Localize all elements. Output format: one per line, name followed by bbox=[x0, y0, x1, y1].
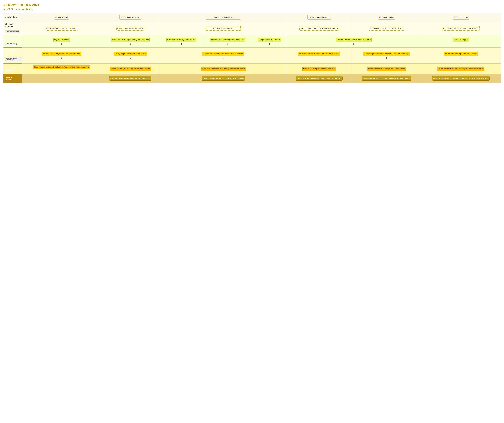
ua-cell-3: Navigate to the training module section … bbox=[160, 35, 203, 47]
frontstage-label: Frontstage actions bbox=[5, 49, 15, 54]
frontstage-row: Frontstage actions Line of internal inte… bbox=[3, 47, 501, 64]
fs-card-5: Acknowledge receipt of feedback with a c… bbox=[363, 52, 410, 56]
support-row: Support process IT support for website m… bbox=[3, 74, 501, 83]
fs-card-1: Provide a user-friendly login and naviga… bbox=[42, 52, 81, 56]
arrow-fs-1: ↕ bbox=[61, 57, 62, 59]
evidence-card-5: Confirmation email after feedback submis… bbox=[369, 26, 404, 31]
arrow-bs-1: ↓ bbox=[61, 70, 62, 72]
arrow-7: ↑ bbox=[460, 43, 462, 45]
touchpoints-row: Touchpoints Service website User account… bbox=[3, 13, 501, 21]
arrow-fs-4: ↕ bbox=[318, 57, 320, 59]
line-visibility-label: Line of visibility bbox=[5, 42, 18, 45]
fs-card-4: Facilitate easy access to the feedback s… bbox=[298, 52, 340, 56]
fs-cell-5: Acknowledge receipt of feedback with a c… bbox=[352, 47, 421, 64]
evidence-cell-2: User dashboard displaying progress bbox=[101, 21, 160, 35]
arrow-3: ↕ bbox=[181, 43, 182, 45]
bs-card-4: Process and categorize feedback for revi… bbox=[302, 67, 336, 71]
bs-cell-5: Implement updates or changes based on fe… bbox=[352, 64, 421, 74]
title-line2: NGO Service Website bbox=[3, 7, 501, 11]
evidence-card-6: User support chat interface with respons… bbox=[442, 26, 480, 31]
backstage-header: Backstage actions bbox=[3, 64, 22, 74]
bs-card-2: Monitor and analyze user progress and fe… bbox=[110, 67, 151, 71]
fs-card-6: Provide immediate support via chat if ne… bbox=[444, 52, 478, 56]
evidence-row: Physical evidence Line of interaction We… bbox=[3, 21, 501, 35]
bs-card-3: Regularly update and maintain training m… bbox=[200, 67, 246, 71]
line-internal-label: Line of internal interaction bbox=[5, 57, 21, 61]
ua-card-5: Complete the training module bbox=[258, 37, 281, 42]
sp-card-1: IT support for website maintenance and t… bbox=[109, 76, 151, 81]
touchpoint-card-1: Service website bbox=[54, 15, 69, 20]
fs-card-3: Offer interactive training modules with … bbox=[202, 52, 244, 56]
bs-cell-3: Regularly update and maintain training m… bbox=[160, 64, 286, 74]
evidence-cell-5: Confirmation email after feedback submis… bbox=[352, 21, 421, 35]
fs-cell-4: Facilitate easy access to the feedback s… bbox=[286, 47, 352, 64]
arrow-1: ↕ bbox=[61, 43, 62, 45]
sp-card-3: Data analysis team for monitoring user p… bbox=[296, 76, 342, 81]
ua-card-3: Navigate to the training module section bbox=[166, 37, 196, 42]
ua-cell-4: Select and start a training module for h… bbox=[203, 35, 252, 47]
touchpoint-card-4: Feedback submission form bbox=[307, 15, 331, 20]
evidence-card-1: Website landing page with clear navigati… bbox=[45, 26, 78, 31]
touchpoint-cell-4: Feedback submission form bbox=[286, 13, 352, 21]
touchpoints-label: Touchpoints bbox=[5, 16, 17, 18]
bs-card-6: Train support staff to handle user inqui… bbox=[437, 67, 485, 71]
ua-cell-5: Complete the training module ↕ bbox=[253, 35, 286, 47]
touchpoints-header: Touchpoints bbox=[3, 13, 22, 21]
arrow-fs-2: ↕ bbox=[130, 57, 131, 59]
bs-card-1: Ensure website functionality and securit… bbox=[33, 65, 90, 69]
bs-card-5: Implement updates or changes based on fe… bbox=[367, 67, 406, 71]
bs-cell-4: Process and categorize feedback for revi… bbox=[286, 64, 352, 74]
evidence-cell-3: Interactive training modules bbox=[160, 21, 286, 35]
arrow-5: ↕ bbox=[269, 43, 270, 45]
ua-cell-1: Log into the website ↕ bbox=[22, 35, 101, 47]
touchpoint-cell-1: Service website bbox=[22, 13, 101, 21]
evidence-card-2: User dashboard displaying progress bbox=[116, 26, 144, 31]
evidence-cell-4: Feedback submission form with fields for… bbox=[286, 21, 352, 35]
ua-card-1: Log into the website bbox=[53, 37, 70, 42]
sp-cell-1: IT support for website maintenance and t… bbox=[101, 74, 160, 83]
arrow-fs-5: ↕ bbox=[386, 57, 387, 59]
arrow-fs-3: ↕ bbox=[222, 57, 224, 59]
touchpoint-cell-5: Email notifications bbox=[352, 13, 421, 21]
touchpoint-card-6: User support chat bbox=[453, 15, 469, 20]
fs-card-2: Display progress tracking on the dashboa… bbox=[114, 52, 147, 56]
user-actions-label: User actions bbox=[5, 37, 17, 40]
bs-cell-2: Monitor and analyze user progress and fe… bbox=[101, 64, 160, 74]
blueprint-table: Touchpoints Service website User account… bbox=[3, 13, 501, 83]
ua-card-7: Talk to user support bbox=[453, 37, 469, 42]
fs-cell-2: Display progress tracking on the dashboa… bbox=[101, 47, 160, 64]
sp-card-4: Feedback review process to assess and im… bbox=[362, 76, 411, 81]
backstage-row: Backstage actions Ensure website functio… bbox=[3, 64, 501, 74]
evidence-cell-1: Website landing page with clear navigati… bbox=[22, 21, 101, 35]
sp-cell-empty bbox=[22, 74, 101, 83]
arrow-2: ↕ bbox=[130, 43, 131, 45]
ua-card-6: Submit feedback and review confirmation … bbox=[336, 37, 372, 42]
sp-cell-5: Customer service team for addressing use… bbox=[421, 74, 501, 83]
sp-cell-2: Content management team for updating tra… bbox=[160, 74, 286, 83]
fs-cell-1: Provide a user-friendly login and naviga… bbox=[22, 47, 101, 64]
sp-cell-4: Feedback review process to assess and im… bbox=[352, 74, 421, 83]
frontstage-header: Frontstage actions Line of internal inte… bbox=[3, 47, 22, 64]
touchpoint-cell-6: User support chat bbox=[421, 13, 501, 21]
backstage-label: Backstage actions bbox=[5, 66, 15, 71]
ua-cell-7: Talk to user support ↑ bbox=[421, 35, 501, 47]
evidence-card-3: Interactive training modules bbox=[205, 26, 241, 31]
evidence-card-4: Feedback submission form with fields for… bbox=[300, 26, 339, 31]
arrow-4: ↕ bbox=[227, 43, 228, 45]
support-header: Support process bbox=[3, 74, 22, 83]
touchpoint-card-3: Training module interface bbox=[205, 15, 241, 20]
evidence-label: Physical evidence bbox=[5, 23, 13, 28]
bs-cell-6: Train support staff to handle user inqui… bbox=[421, 64, 501, 74]
line-interaction-label: Line of interaction bbox=[5, 30, 20, 33]
bs-cell-1: Ensure website functionality and securit… bbox=[22, 64, 101, 74]
arrow-fs-6: ↓ bbox=[460, 57, 462, 59]
ua-cell-2: Monitor the child's progress through the… bbox=[101, 35, 160, 47]
ua-card-4: Select and start a training module for h… bbox=[210, 37, 245, 42]
sp-cell-3: Data analysis team for monitoring user p… bbox=[286, 74, 352, 83]
ua-cell-6: Submit feedback and review confirmation … bbox=[286, 35, 421, 47]
user-actions-header: User actions Line of visibility bbox=[3, 35, 22, 47]
evidence-header: Physical evidence Line of interaction bbox=[3, 21, 22, 35]
support-label: Support process bbox=[5, 76, 13, 81]
touchpoint-cell-3: Training module interface bbox=[160, 13, 286, 21]
evidence-cell-6: User support chat interface with respons… bbox=[421, 21, 501, 35]
